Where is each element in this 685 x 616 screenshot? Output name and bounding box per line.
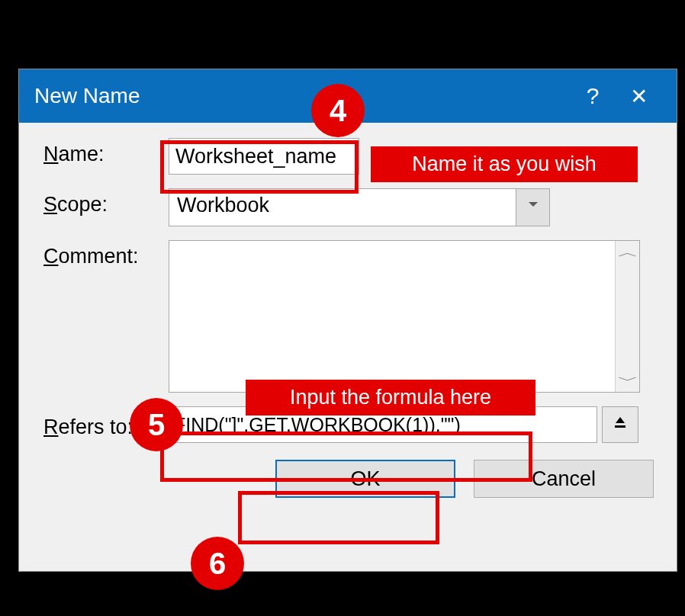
annotation-badge-4: 4 <box>311 84 365 137</box>
annotation-badge-6: 6 <box>191 537 244 590</box>
new-name-dialog: New Name ? ✕ Name: Scope: Workbook Comme… <box>18 69 677 572</box>
scope-value: Workbook <box>169 189 516 226</box>
scroll-down-icon[interactable]: ﹀ <box>617 374 638 387</box>
scope-row: Scope: Workbook <box>43 188 660 226</box>
ok-button[interactable]: OK <box>275 460 455 498</box>
comment-row: Comment: ︿ ﹀ <box>43 240 660 393</box>
cancel-button[interactable]: Cancel <box>474 460 654 498</box>
name-input[interactable] <box>169 138 359 175</box>
scroll-up-icon[interactable]: ︿ <box>617 245 638 259</box>
close-button[interactable]: ✕ <box>616 84 661 109</box>
annotation-callout-4: Name it as you wish <box>371 146 638 182</box>
collapse-dialog-button[interactable] <box>602 406 638 443</box>
dialog-title: New Name <box>34 84 570 108</box>
scope-dropdown-button[interactable] <box>516 189 549 226</box>
scope-select[interactable]: Workbook <box>169 188 550 226</box>
name-label: Name: <box>43 138 169 166</box>
comment-label: Comment: <box>43 240 169 268</box>
annotation-callout-5: Input the formula here <box>246 380 535 415</box>
comment-scrollbar[interactable]: ︿ ﹀ <box>615 241 639 392</box>
svg-rect-0 <box>615 425 626 428</box>
button-row: OK Cancel <box>43 460 660 498</box>
collapse-icon <box>613 415 628 435</box>
help-button[interactable]: ? <box>570 83 616 109</box>
scope-label: Scope: <box>43 188 169 217</box>
comment-textarea[interactable]: ︿ ﹀ <box>169 240 640 393</box>
annotation-badge-5: 5 <box>130 398 183 451</box>
chevron-down-icon <box>529 202 538 207</box>
